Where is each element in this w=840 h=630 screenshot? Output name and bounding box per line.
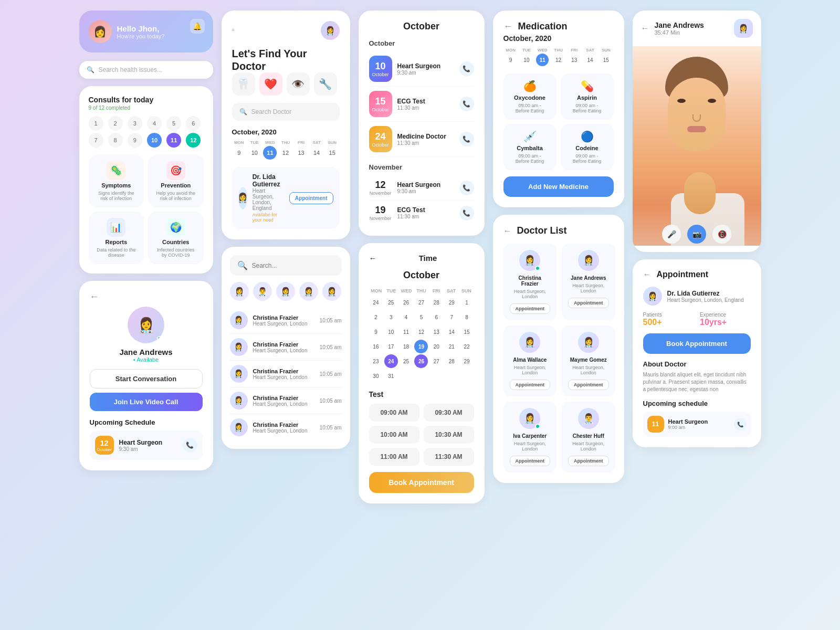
med-codeine[interactable]: 🔵 Codeine 09:00 am -Before Eating bbox=[561, 124, 614, 170]
cal-30[interactable]: 30 bbox=[369, 369, 383, 383]
week-day-tue[interactable]: TUE 10 bbox=[247, 140, 262, 160]
slot-2[interactable]: 09:30 AM bbox=[424, 404, 474, 422]
med-day-wed[interactable]: WED 11 bbox=[535, 48, 550, 66]
date-7[interactable]: 7 bbox=[89, 133, 103, 148]
cal-1[interactable]: 1 bbox=[460, 296, 474, 309]
end-call-button[interactable]: 📷 bbox=[687, 225, 706, 244]
back-arrow[interactable]: ← bbox=[369, 254, 377, 262]
start-conversation-button[interactable]: Start Conversation bbox=[90, 369, 203, 388]
health-search-bar[interactable]: 🔍 Search health issues... bbox=[79, 61, 213, 79]
date-12[interactable]: 12 bbox=[186, 133, 201, 148]
med-cymbalta[interactable]: 💉 Cymbalta 09:00 am -Before Eating bbox=[503, 124, 556, 170]
call-icon[interactable]: 📞 bbox=[183, 438, 197, 453]
cal-24b[interactable]: 24 bbox=[384, 354, 398, 368]
dental-icon[interactable]: 🦷 bbox=[232, 72, 255, 96]
dl-appt-btn-1[interactable]: Appointment bbox=[510, 303, 551, 314]
cal-13[interactable]: 13 bbox=[429, 325, 443, 339]
dl-appt-btn-6[interactable]: Appointment bbox=[568, 456, 609, 466]
dl-item-2[interactable]: 👩‍⚕️ Jane Andrews Heart Surgeon, London … bbox=[562, 244, 615, 320]
cal-25b[interactable]: 25 bbox=[400, 354, 413, 368]
dl-appt-btn-3[interactable]: Appointment bbox=[510, 380, 551, 390]
heart-icon[interactable]: ❤️ bbox=[259, 72, 282, 96]
health-reports[interactable]: 📊 Reports Data related to the disease bbox=[89, 212, 144, 264]
cal-29[interactable]: 29 bbox=[445, 296, 458, 309]
cal-16[interactable]: 16 bbox=[369, 340, 383, 353]
schedule-item-5[interactable]: 19 November ECG Test 11:30 am 📞 bbox=[369, 201, 474, 225]
schedule-item-4[interactable]: 12 November Heart Surgeon 9:30 am 📞 bbox=[369, 175, 474, 201]
cal-26b[interactable]: 26 bbox=[414, 354, 428, 368]
avatar-4[interactable]: 👩‍⚕️ bbox=[299, 282, 318, 301]
date-9[interactable]: 9 bbox=[128, 133, 142, 148]
dl-appt-btn-5[interactable]: Appointment bbox=[510, 456, 551, 466]
avatar-3[interactable]: 👩‍⚕️ bbox=[276, 282, 295, 301]
slot-5[interactable]: 11:00 AM bbox=[369, 448, 419, 466]
cal-27b[interactable]: 27 bbox=[429, 354, 443, 368]
list-item[interactable]: 👩‍⚕️ Christina Frazier Heart Surgeon, Lo… bbox=[230, 387, 342, 414]
mute-button[interactable]: 🎤 bbox=[662, 225, 681, 244]
cal-5[interactable]: 5 bbox=[414, 310, 428, 324]
dl-appt-btn-2[interactable]: Appointment bbox=[568, 298, 609, 308]
cal-19[interactable]: 19 bbox=[414, 340, 428, 353]
list-item[interactable]: 👩‍⚕️ Christina Frazier Heart Surgeon, Lo… bbox=[230, 334, 342, 361]
cal-20[interactable]: 20 bbox=[429, 340, 443, 353]
date-11[interactable]: 11 bbox=[166, 133, 181, 148]
cal-24[interactable]: 24 bbox=[369, 296, 383, 309]
avatar-5[interactable]: 👩‍⚕️ bbox=[322, 282, 341, 301]
search-input[interactable] bbox=[252, 262, 334, 269]
cal-4[interactable]: 4 bbox=[400, 310, 413, 324]
search-input-bar[interactable]: 🔍 bbox=[230, 255, 342, 276]
med-aspirin[interactable]: 💊 Aspirin 09:00 am -Before Eating bbox=[561, 74, 614, 120]
video-back[interactable]: ← bbox=[641, 24, 649, 33]
tools-icon[interactable]: 🔧 bbox=[314, 72, 337, 96]
avatar-2[interactable]: 👨‍⚕️ bbox=[253, 282, 272, 301]
date-3[interactable]: 3 bbox=[128, 116, 142, 131]
health-prevention[interactable]: 🎯 Prevention Help you avoid the risk of … bbox=[148, 155, 204, 207]
cal-28[interactable]: 28 bbox=[429, 296, 443, 309]
week-day-fri[interactable]: FRI 13 bbox=[294, 140, 309, 160]
eye-icon[interactable]: 👁️ bbox=[287, 72, 310, 96]
med-back[interactable]: ← bbox=[503, 21, 513, 32]
week-day-mon[interactable]: MON 9 bbox=[232, 140, 247, 160]
date-1[interactable]: 1 bbox=[89, 116, 103, 131]
cal-25[interactable]: 25 bbox=[384, 296, 398, 309]
sched-call-1[interactable]: 📞 bbox=[459, 61, 474, 76]
list-item[interactable]: 👩‍⚕️ Christina Frazier Heart Surgeon, Lo… bbox=[230, 414, 342, 440]
med-day-sun[interactable]: SUN 15 bbox=[598, 48, 613, 66]
dl-appt-btn-4[interactable]: Appointment bbox=[568, 380, 609, 390]
date-2[interactable]: 2 bbox=[108, 116, 123, 131]
dl-item-5[interactable]: 👩‍⚕️ Iva Carpenter Heart Surgeon, London… bbox=[503, 402, 557, 472]
slot-3[interactable]: 10:00 AM bbox=[369, 426, 419, 444]
med-oxycodone[interactable]: 🍊 Oxycodone 09:00 am -Before Eating bbox=[503, 74, 556, 120]
cal-7[interactable]: 7 bbox=[445, 310, 458, 324]
dl-item-6[interactable]: 👨‍⚕️ Chester Huff Heart Surgeon, London … bbox=[562, 402, 615, 472]
sched-call-2[interactable]: 📞 bbox=[459, 97, 474, 111]
cal-10[interactable]: 10 bbox=[384, 325, 398, 339]
cal-26[interactable]: 26 bbox=[400, 296, 413, 309]
week-day-sun[interactable]: SUN 15 bbox=[325, 140, 340, 160]
cal-11[interactable]: 11 bbox=[400, 325, 413, 339]
cal-17[interactable]: 17 bbox=[384, 340, 398, 353]
cal-6[interactable]: 6 bbox=[429, 310, 443, 324]
dl-item-3[interactable]: 👩‍⚕️ Alma Wallace Heart Surgeon, London … bbox=[503, 326, 557, 396]
appt-back[interactable]: ← bbox=[643, 270, 652, 279]
cal-8[interactable]: 8 bbox=[460, 310, 474, 324]
dl-item-4[interactable]: 👩‍⚕️ Mayme Gomez Heart Surgeon, London A… bbox=[562, 326, 615, 396]
cal-21[interactable]: 21 bbox=[445, 340, 458, 353]
cal-29b[interactable]: 29 bbox=[460, 354, 474, 368]
book-appointment-button[interactable]: Book Appointment bbox=[369, 472, 474, 493]
cal-12[interactable]: 12 bbox=[414, 325, 428, 339]
cal-28b[interactable]: 28 bbox=[445, 354, 458, 368]
week-day-sat[interactable]: SAT 14 bbox=[309, 140, 324, 160]
cal-22[interactable]: 22 bbox=[460, 340, 474, 353]
search-doctor-bar[interactable]: 🔍 Search Doctor bbox=[232, 103, 340, 121]
sched-call-3[interactable]: 📞 bbox=[459, 132, 474, 146]
med-day-sat[interactable]: SAT 14 bbox=[583, 48, 597, 66]
appointment-button[interactable]: Appointment bbox=[289, 192, 333, 204]
health-countries[interactable]: 🌍 Countries Infected countries by COVID-… bbox=[148, 212, 204, 264]
date-5[interactable]: 5 bbox=[166, 116, 181, 131]
add-medicine-button[interactable]: Add New Medicine bbox=[503, 176, 614, 197]
slot-6[interactable]: 11:30 AM bbox=[424, 448, 474, 466]
dl-item-1[interactable]: 👩‍⚕️ Christina Frazier Heart Surgeon, Lo… bbox=[503, 244, 557, 320]
camera-button[interactable]: 📵 bbox=[712, 225, 731, 244]
cal-23[interactable]: 23 bbox=[369, 354, 383, 368]
